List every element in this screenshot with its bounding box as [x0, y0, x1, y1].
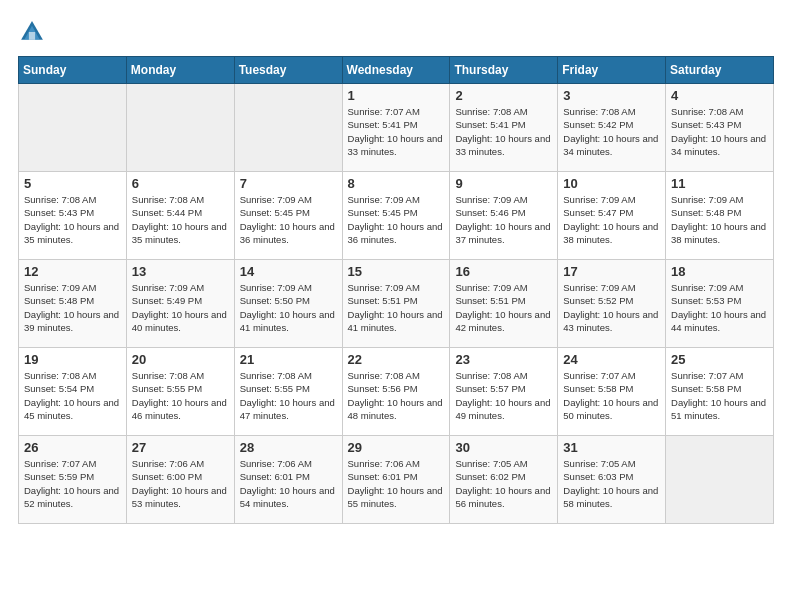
week-row-2: 5 Sunrise: 7:08 AM Sunset: 5:43 PM Dayli…: [19, 172, 774, 260]
sunrise-label: Sunrise: 7:09 AM: [671, 194, 743, 205]
sunset-label: Sunset: 5:52 PM: [563, 295, 633, 306]
sunrise-label: Sunrise: 7:07 AM: [348, 106, 420, 117]
daylight-label: Daylight: 10 hours and 42 minutes.: [455, 309, 550, 333]
day-info: Sunrise: 7:08 AM Sunset: 5:42 PM Dayligh…: [563, 105, 661, 158]
logo: [18, 18, 52, 46]
header-day-saturday: Saturday: [666, 57, 774, 84]
sunrise-label: Sunrise: 7:09 AM: [348, 282, 420, 293]
sunrise-label: Sunrise: 7:08 AM: [24, 370, 96, 381]
day-number: 17: [563, 264, 661, 279]
daylight-label: Daylight: 10 hours and 33 minutes.: [455, 133, 550, 157]
sunset-label: Sunset: 5:48 PM: [671, 207, 741, 218]
day-number: 10: [563, 176, 661, 191]
day-info: Sunrise: 7:08 AM Sunset: 5:55 PM Dayligh…: [132, 369, 230, 422]
sunrise-label: Sunrise: 7:09 AM: [240, 282, 312, 293]
day-number: 20: [132, 352, 230, 367]
day-number: 3: [563, 88, 661, 103]
sunset-label: Sunset: 5:58 PM: [671, 383, 741, 394]
day-number: 5: [24, 176, 122, 191]
sunset-label: Sunset: 5:44 PM: [132, 207, 202, 218]
day-info: Sunrise: 7:09 AM Sunset: 5:48 PM Dayligh…: [24, 281, 122, 334]
day-cell: 5 Sunrise: 7:08 AM Sunset: 5:43 PM Dayli…: [19, 172, 127, 260]
day-cell: 7 Sunrise: 7:09 AM Sunset: 5:45 PM Dayli…: [234, 172, 342, 260]
sunset-label: Sunset: 5:46 PM: [455, 207, 525, 218]
day-cell: 9 Sunrise: 7:09 AM Sunset: 5:46 PM Dayli…: [450, 172, 558, 260]
week-row-3: 12 Sunrise: 7:09 AM Sunset: 5:48 PM Dayl…: [19, 260, 774, 348]
daylight-label: Daylight: 10 hours and 37 minutes.: [455, 221, 550, 245]
sunrise-label: Sunrise: 7:09 AM: [563, 282, 635, 293]
day-info: Sunrise: 7:08 AM Sunset: 5:55 PM Dayligh…: [240, 369, 338, 422]
daylight-label: Daylight: 10 hours and 58 minutes.: [563, 485, 658, 509]
day-info: Sunrise: 7:09 AM Sunset: 5:50 PM Dayligh…: [240, 281, 338, 334]
sunset-label: Sunset: 5:55 PM: [132, 383, 202, 394]
header-day-wednesday: Wednesday: [342, 57, 450, 84]
daylight-label: Daylight: 10 hours and 45 minutes.: [24, 397, 119, 421]
day-cell: 22 Sunrise: 7:08 AM Sunset: 5:56 PM Dayl…: [342, 348, 450, 436]
daylight-label: Daylight: 10 hours and 38 minutes.: [671, 221, 766, 245]
day-cell: 30 Sunrise: 7:05 AM Sunset: 6:02 PM Dayl…: [450, 436, 558, 524]
daylight-label: Daylight: 10 hours and 47 minutes.: [240, 397, 335, 421]
day-info: Sunrise: 7:09 AM Sunset: 5:49 PM Dayligh…: [132, 281, 230, 334]
day-number: 14: [240, 264, 338, 279]
daylight-label: Daylight: 10 hours and 54 minutes.: [240, 485, 335, 509]
day-number: 24: [563, 352, 661, 367]
daylight-label: Daylight: 10 hours and 53 minutes.: [132, 485, 227, 509]
sunset-label: Sunset: 5:48 PM: [24, 295, 94, 306]
sunrise-label: Sunrise: 7:09 AM: [348, 194, 420, 205]
day-number: 29: [348, 440, 446, 455]
day-cell: 12 Sunrise: 7:09 AM Sunset: 5:48 PM Dayl…: [19, 260, 127, 348]
day-cell: 17 Sunrise: 7:09 AM Sunset: 5:52 PM Dayl…: [558, 260, 666, 348]
week-row-1: 1 Sunrise: 7:07 AM Sunset: 5:41 PM Dayli…: [19, 84, 774, 172]
day-number: 8: [348, 176, 446, 191]
day-cell: 2 Sunrise: 7:08 AM Sunset: 5:41 PM Dayli…: [450, 84, 558, 172]
day-cell: [666, 436, 774, 524]
daylight-label: Daylight: 10 hours and 34 minutes.: [671, 133, 766, 157]
sunset-label: Sunset: 6:00 PM: [132, 471, 202, 482]
day-number: 22: [348, 352, 446, 367]
logo-icon: [18, 18, 46, 46]
sunset-label: Sunset: 5:51 PM: [348, 295, 418, 306]
sunset-label: Sunset: 5:59 PM: [24, 471, 94, 482]
day-number: 12: [24, 264, 122, 279]
sunset-label: Sunset: 5:58 PM: [563, 383, 633, 394]
header-day-tuesday: Tuesday: [234, 57, 342, 84]
day-info: Sunrise: 7:08 AM Sunset: 5:43 PM Dayligh…: [24, 193, 122, 246]
day-number: 18: [671, 264, 769, 279]
calendar: SundayMondayTuesdayWednesdayThursdayFrid…: [18, 56, 774, 524]
day-info: Sunrise: 7:06 AM Sunset: 6:01 PM Dayligh…: [348, 457, 446, 510]
header-day-sunday: Sunday: [19, 57, 127, 84]
sunrise-label: Sunrise: 7:09 AM: [132, 282, 204, 293]
sunset-label: Sunset: 5:56 PM: [348, 383, 418, 394]
daylight-label: Daylight: 10 hours and 50 minutes.: [563, 397, 658, 421]
sunset-label: Sunset: 6:01 PM: [240, 471, 310, 482]
day-cell: 31 Sunrise: 7:05 AM Sunset: 6:03 PM Dayl…: [558, 436, 666, 524]
day-info: Sunrise: 7:07 AM Sunset: 5:41 PM Dayligh…: [348, 105, 446, 158]
daylight-label: Daylight: 10 hours and 33 minutes.: [348, 133, 443, 157]
day-cell: 8 Sunrise: 7:09 AM Sunset: 5:45 PM Dayli…: [342, 172, 450, 260]
day-cell: 16 Sunrise: 7:09 AM Sunset: 5:51 PM Dayl…: [450, 260, 558, 348]
day-number: 7: [240, 176, 338, 191]
sunset-label: Sunset: 6:03 PM: [563, 471, 633, 482]
day-cell: 23 Sunrise: 7:08 AM Sunset: 5:57 PM Dayl…: [450, 348, 558, 436]
sunrise-label: Sunrise: 7:07 AM: [24, 458, 96, 469]
day-number: 25: [671, 352, 769, 367]
sunrise-label: Sunrise: 7:06 AM: [240, 458, 312, 469]
day-cell: 20 Sunrise: 7:08 AM Sunset: 5:55 PM Dayl…: [126, 348, 234, 436]
daylight-label: Daylight: 10 hours and 38 minutes.: [563, 221, 658, 245]
day-cell: 14 Sunrise: 7:09 AM Sunset: 5:50 PM Dayl…: [234, 260, 342, 348]
sunrise-label: Sunrise: 7:09 AM: [455, 194, 527, 205]
day-number: 6: [132, 176, 230, 191]
day-cell: 6 Sunrise: 7:08 AM Sunset: 5:44 PM Dayli…: [126, 172, 234, 260]
daylight-label: Daylight: 10 hours and 35 minutes.: [24, 221, 119, 245]
sunrise-label: Sunrise: 7:08 AM: [240, 370, 312, 381]
day-info: Sunrise: 7:08 AM Sunset: 5:41 PM Dayligh…: [455, 105, 553, 158]
daylight-label: Daylight: 10 hours and 44 minutes.: [671, 309, 766, 333]
daylight-label: Daylight: 10 hours and 56 minutes.: [455, 485, 550, 509]
sunset-label: Sunset: 5:50 PM: [240, 295, 310, 306]
sunrise-label: Sunrise: 7:09 AM: [671, 282, 743, 293]
day-cell: 4 Sunrise: 7:08 AM Sunset: 5:43 PM Dayli…: [666, 84, 774, 172]
daylight-label: Daylight: 10 hours and 52 minutes.: [24, 485, 119, 509]
day-number: 31: [563, 440, 661, 455]
sunset-label: Sunset: 5:55 PM: [240, 383, 310, 394]
day-info: Sunrise: 7:09 AM Sunset: 5:51 PM Dayligh…: [348, 281, 446, 334]
